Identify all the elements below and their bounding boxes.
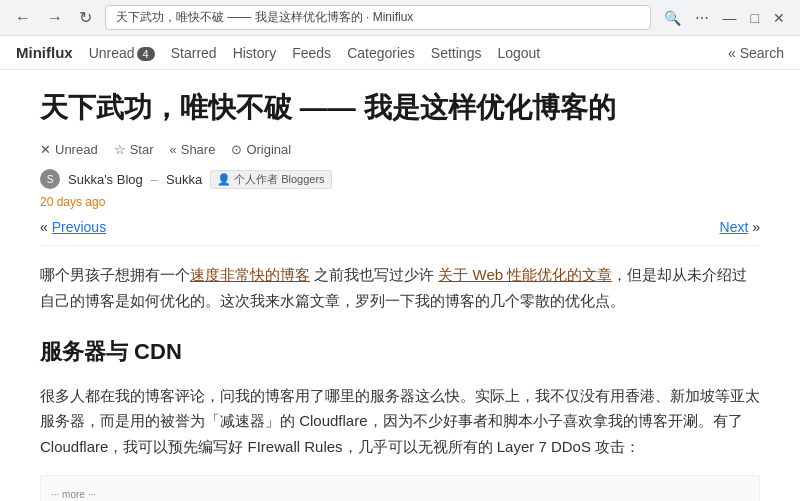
next-link[interactable]: Next	[720, 219, 749, 235]
meta-author: Sukka	[166, 172, 202, 187]
chart-container: ··· more ··· 1d 7d 30 Days 3 Months 21.1…	[40, 475, 760, 501]
original-icon: ⊙	[231, 142, 242, 157]
meta-separator: –	[151, 172, 158, 187]
unread-badge: 4	[137, 47, 155, 61]
content-para1: 哪个男孩子想拥有一个速度非常快的博客 之前我也写过少许 关于 Web 性能优化的…	[40, 262, 760, 313]
person-icon: 👤	[217, 173, 231, 186]
share-icon: «	[169, 142, 176, 157]
forward-button[interactable]: →	[42, 7, 68, 29]
blog-speed-link[interactable]: 速度非常快的博客	[190, 266, 310, 283]
browser-more-button[interactable]: ⋯	[690, 8, 714, 28]
action-unread[interactable]: ✕ Unread	[40, 142, 98, 157]
author-badge: 👤 个人作者 Bloggers	[210, 170, 331, 189]
next-link-wrapper: Next »	[720, 219, 760, 235]
browser-chrome: ← → ↻ 天下武功，唯快不破 —— 我是这样优化博客的 · Miniflux …	[0, 0, 800, 36]
nav-item-history[interactable]: History	[233, 45, 277, 61]
browser-maximize-button[interactable]: □	[746, 8, 764, 28]
app-nav: Miniflux Unread4 Starred History Feeds C…	[0, 36, 800, 70]
nav-item-logout[interactable]: Logout	[497, 45, 540, 61]
browser-close-button[interactable]: ✕	[768, 8, 790, 28]
web-perf-link[interactable]: 关于 Web 性能优化的文章	[438, 266, 612, 283]
article-date: 20 days ago	[40, 195, 760, 209]
action-star[interactable]: ☆ Star	[114, 142, 154, 157]
browser-actions: 🔍 ⋯ — □ ✕	[659, 8, 790, 28]
nav-item-categories[interactable]: Categories	[347, 45, 415, 61]
prev-link[interactable]: Previous	[52, 219, 106, 235]
browser-minimize-button[interactable]: —	[718, 8, 742, 28]
unread-icon: ✕	[40, 142, 51, 157]
action-bar: ✕ Unread ☆ Star « Share ⊙ Original	[40, 142, 760, 157]
meta-blog: Sukka's Blog	[68, 172, 143, 187]
reload-button[interactable]: ↻	[74, 6, 97, 29]
avatar: S	[40, 169, 60, 189]
article-container: 天下武功，唯快不破 —— 我是这样优化博客的 ✕ Unread ☆ Star «…	[10, 70, 790, 501]
nav-item-feeds[interactable]: Feeds	[292, 45, 331, 61]
content-para1-text2: 之前我也写过少许	[310, 266, 438, 283]
browser-search-button[interactable]: 🔍	[659, 8, 686, 28]
browser-controls: ← → ↻	[10, 6, 97, 29]
prev-link-wrapper: « Previous	[40, 219, 106, 235]
action-original[interactable]: ⊙ Original	[231, 142, 291, 157]
address-bar-text: 天下武功，唯快不破 —— 我是这样优化博客的 · Miniflux	[116, 9, 640, 26]
content-para2: 很多人都在我的博客评论，问我的博客用了哪里的服务器这么快。实际上，我不仅没有用香…	[40, 383, 760, 460]
chart-dots: ··· more ···	[51, 486, 749, 501]
content-para1-text: 哪个男孩子想拥有一个	[40, 266, 190, 283]
back-button[interactable]: ←	[10, 7, 36, 29]
nav-item-starred[interactable]: Starred	[171, 45, 217, 61]
nav-item-settings[interactable]: Settings	[431, 45, 482, 61]
article-content: 哪个男孩子想拥有一个速度非常快的博客 之前我也写过少许 关于 Web 性能优化的…	[40, 262, 760, 501]
star-icon: ☆	[114, 142, 126, 157]
section1-title: 服务器与 CDN	[40, 333, 760, 370]
nav-item-unread[interactable]: Unread4	[89, 45, 155, 61]
nav-brand[interactable]: Miniflux	[16, 44, 73, 61]
article-title: 天下武功，唯快不破 —— 我是这样优化博客的	[40, 90, 760, 126]
article-nav-links: « Previous Next »	[40, 219, 760, 246]
nav-search[interactable]: « Search	[728, 45, 784, 61]
address-bar[interactable]: 天下武功，唯快不破 —— 我是这样优化博客的 · Miniflux	[105, 5, 651, 30]
action-share[interactable]: « Share	[169, 142, 215, 157]
article-meta: S Sukka's Blog – Sukka 👤 个人作者 Bloggers	[40, 169, 760, 189]
